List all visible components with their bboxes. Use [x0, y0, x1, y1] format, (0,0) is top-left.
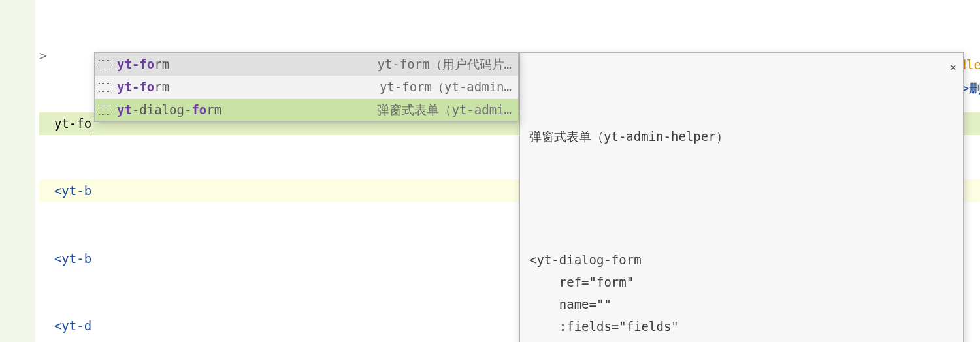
bg-hint-tag: >删	[962, 77, 980, 99]
autocomplete-detail: yt-form（yt-admin…	[380, 76, 512, 98]
tag-open: <yt-b	[54, 183, 91, 198]
autocomplete-item[interactable]: yt-form yt-form（用户代码片…	[95, 53, 518, 76]
autocomplete-label: yt-form	[117, 76, 169, 98]
snippet-icon	[99, 106, 110, 115]
autocomplete-label: yt-form	[117, 53, 169, 75]
autocomplete-item[interactable]: yt-form yt-form（yt-admin…	[95, 76, 518, 99]
autocomplete-popup[interactable]: yt-form yt-form（用户代码片… yt-form yt-form（y…	[94, 52, 519, 122]
snippet-icon	[99, 60, 110, 69]
autocomplete-detail: 弹窗式表单（yt-admi…	[377, 99, 512, 121]
doc-title: 弹窗式表单（yt-admin-helper）	[529, 125, 954, 148]
close-icon[interactable]: ×	[949, 57, 956, 78]
snippet-icon	[99, 83, 110, 92]
typed-text: yt-fo	[54, 116, 91, 131]
autocomplete-label: yt-dialog-form	[117, 99, 221, 121]
autocomplete-detail: yt-form（用户代码片…	[377, 53, 512, 75]
prompt-chevron: >	[39, 48, 46, 63]
text-caret	[91, 116, 91, 132]
tag-open: <yt-d	[54, 319, 91, 333]
documentation-popup: × 弹窗式表单（yt-admin-helper） <yt-dialog-form…	[519, 52, 964, 342]
autocomplete-item-selected[interactable]: yt-dialog-form 弹窗式表单（yt-admi…	[95, 99, 518, 121]
tag-open: <yt-b	[54, 251, 91, 266]
doc-body: <yt-dialog-form ref="form" name="" :fiel…	[529, 249, 954, 343]
